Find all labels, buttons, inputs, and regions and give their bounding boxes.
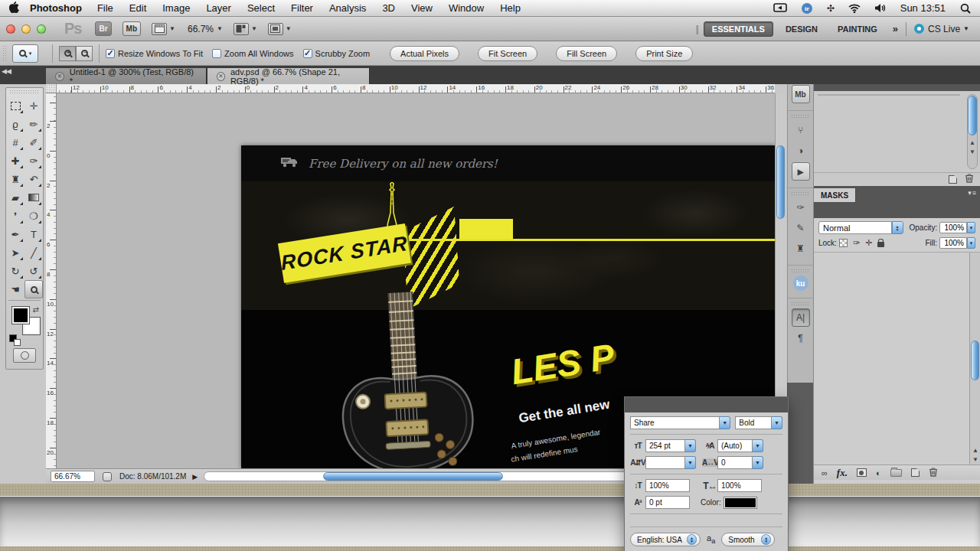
dodge-tool[interactable]: ❍ <box>24 207 43 225</box>
brush-panel-icon[interactable]: ✑ <box>792 198 810 217</box>
minibridge-button[interactable]: Mb <box>122 21 141 36</box>
menu-app-name[interactable]: Photoshop <box>30 2 82 14</box>
font-size-caret[interactable]: ▼ <box>685 439 696 452</box>
menu-item-analysis[interactable]: Analysis <box>329 2 366 14</box>
kerning-caret[interactable]: ▼ <box>685 456 696 469</box>
type-tool[interactable]: T <box>24 225 43 243</box>
new-layer-icon[interactable] <box>911 468 920 477</box>
font-style-field[interactable]: Bold <box>735 416 772 429</box>
baseline-shift-field[interactable]: 0 pt <box>645 496 690 509</box>
font-family-caret[interactable]: ▼ <box>720 416 730 429</box>
ruler-corner[interactable] <box>46 84 57 93</box>
print-size-button[interactable]: Print Size <box>635 46 693 61</box>
kuler-panel-icon[interactable]: ku <box>793 276 808 291</box>
actual-pixels-button[interactable]: Actual Pixels <box>390 46 459 61</box>
opacity-caret[interactable]: ▼ <box>967 222 975 233</box>
tracking-caret[interactable]: ▼ <box>753 456 763 469</box>
volume-icon[interactable] <box>874 3 886 13</box>
eraser-tool[interactable]: ▰ <box>6 188 24 207</box>
rectangular-marquee-tool[interactable] <box>6 96 24 115</box>
screen-mode-icon[interactable] <box>268 23 283 35</box>
screen-mode-caret[interactable]: ▼ <box>286 25 292 32</box>
new-group-icon[interactable] <box>890 469 902 477</box>
swatches-scroll-down[interactable]: ▼ <box>969 148 975 155</box>
spotlight-icon[interactable] <box>960 3 971 14</box>
hand-tool[interactable]: ☚ <box>6 280 24 298</box>
fill-field[interactable]: 100% <box>939 237 967 249</box>
move-tool[interactable]: ✛ <box>24 96 43 115</box>
fit-screen-button[interactable]: Fit Screen <box>478 46 537 61</box>
layers-scrollbar[interactable]: ▲ ▼ <box>969 253 980 465</box>
workspace-overflow-chevron[interactable]: » <box>893 23 898 34</box>
new-swatch-button[interactable] <box>949 175 957 184</box>
menu-item-help[interactable]: Help <box>500 2 521 14</box>
te-menu-icon[interactable]: te <box>801 2 813 15</box>
menu-item-3d[interactable]: 3D <box>382 2 395 14</box>
layers-scrollbar-thumb[interactable] <box>971 341 979 380</box>
crop-tool[interactable]: # <box>6 133 24 152</box>
history-brush-tool[interactable]: ↶ <box>24 170 43 188</box>
clone-stamp-tool[interactable]: ♜ <box>6 170 24 188</box>
arrange-documents-icon[interactable] <box>234 23 249 35</box>
view-extras-icon[interactable] <box>152 23 167 35</box>
line-tool[interactable]: ╱ <box>24 243 43 262</box>
leading-field[interactable]: (Auto) <box>717 439 753 452</box>
apple-icon[interactable] <box>9 2 19 15</box>
menu-item-layer[interactable]: Layer <box>206 2 231 14</box>
lasso-tool[interactable]: ϱ <box>6 115 24 133</box>
link-layers-icon[interactable]: ∞ <box>822 468 828 478</box>
masks-panel-menu-icon[interactable]: ▾≡ <box>968 189 977 197</box>
tracking-field[interactable]: 0 <box>717 456 753 469</box>
blend-mode-select[interactable]: Normal <box>818 221 892 234</box>
close-tab-icon[interactable]: ✕ <box>55 72 64 81</box>
horizontal-scrollbar[interactable] <box>204 471 694 481</box>
zoom-window-button[interactable] <box>37 24 46 34</box>
status-popup-arrow[interactable]: ▶ <box>192 473 198 481</box>
vertical-scrollbar-thumb[interactable] <box>776 145 785 219</box>
vertical-ruler[interactable]: 202468101214161820 <box>46 93 57 468</box>
checkbox-scrubby-zoom[interactable]: ✓Scrubby Zoom <box>303 49 371 58</box>
actions-panel-icon[interactable]: ▶ <box>792 162 810 181</box>
blur-tool[interactable]: ❜ <box>6 207 24 225</box>
minimize-window-button[interactable] <box>21 24 31 34</box>
spot-healing-brush-tool[interactable]: ✚ <box>6 152 24 170</box>
swatches-scrollbar-thumb[interactable] <box>968 96 977 135</box>
layers-scroll-up[interactable]: ▲ <box>972 447 978 454</box>
menu-item-select[interactable]: Select <box>247 2 275 14</box>
menu-clock[interactable]: Sun 13:51 <box>900 2 946 14</box>
quick-mask-button[interactable] <box>13 348 36 363</box>
font-family-field[interactable]: Share <box>630 416 720 429</box>
text-color-swatch[interactable] <box>724 497 756 508</box>
masks-panel-tab[interactable]: MASKS <box>814 188 856 202</box>
swap-colors-icon[interactable]: ⇄ <box>33 305 39 314</box>
view-extras-caret[interactable]: ▼ <box>169 25 175 32</box>
input-source-icon[interactable]: ✣ <box>827 3 835 14</box>
close-tab-icon[interactable]: ✕ <box>217 72 225 81</box>
character-panel-icon[interactable]: A| <box>792 308 810 327</box>
wifi-icon[interactable] <box>848 4 861 13</box>
foreground-color-swatch[interactable] <box>12 307 29 324</box>
checkbox-resize-windows-to-fit[interactable]: ✓Resize Windows To Fit <box>106 49 203 58</box>
history-panel-icon[interactable]: ⑂ <box>792 121 810 139</box>
horizontal-scale-field[interactable]: 100% <box>717 479 762 492</box>
display-mirroring-icon[interactable] <box>773 3 787 13</box>
layers-scroll-down[interactable]: ▼ <box>972 456 978 463</box>
adjustments-panel-icon[interactable]: ◑ <box>792 142 810 160</box>
font-style-caret[interactable]: ▼ <box>772 416 782 429</box>
path-selection-tool[interactable]: ➤ <box>6 243 24 262</box>
status-zoom-field[interactable]: 66.67% <box>51 471 95 482</box>
kerning-field[interactable] <box>645 456 685 469</box>
adjustment-layer-icon[interactable]: ◐ <box>876 468 881 478</box>
clone-source-panel-icon[interactable]: ♜ <box>792 240 810 258</box>
lock-pixels-icon[interactable]: ✑ <box>853 238 860 248</box>
cs-live-button[interactable]: CS Live ▼ <box>914 24 969 34</box>
checkbox-zoom-all-windows[interactable]: Zoom All Windows <box>212 49 293 58</box>
menu-item-image[interactable]: Image <box>162 2 190 14</box>
rotate-3d-tool[interactable]: ↻ <box>6 262 24 280</box>
swatches-scrollbar[interactable]: ▲ ▼ <box>967 94 978 169</box>
delete-swatch-button[interactable] <box>965 172 974 186</box>
default-colors-icon[interactable] <box>9 334 17 342</box>
menu-item-file[interactable]: File <box>97 2 113 14</box>
zoom-level-field[interactable]: 66.7% <box>188 24 214 34</box>
workspace-essentials[interactable]: ESSENTIALS <box>704 21 773 37</box>
